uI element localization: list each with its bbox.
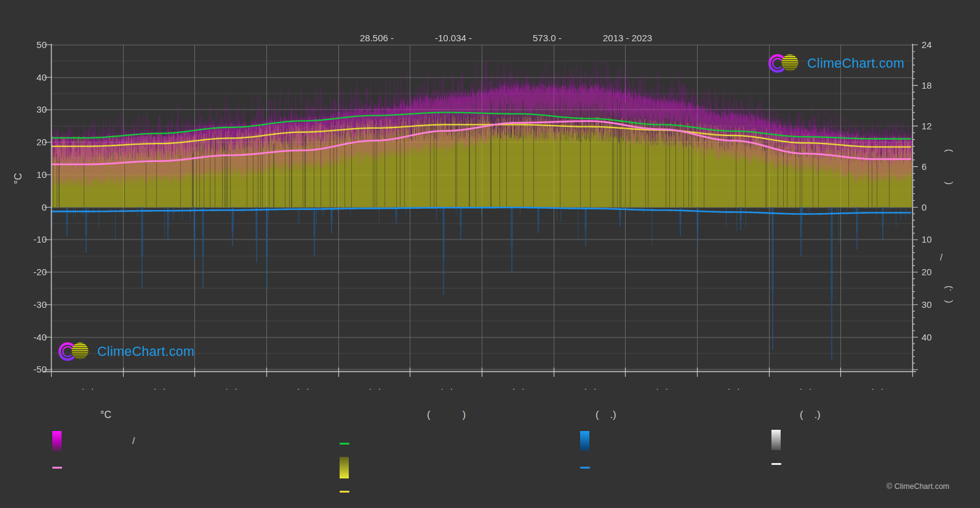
legend-swatch-snow-daily-bar — [771, 430, 781, 450]
legend-header-temperature: °C — [100, 409, 111, 421]
month-tick-label: . . — [512, 382, 527, 392]
legend-swatch-temp-range-bar — [52, 431, 62, 452]
month-tick-label: . . — [728, 382, 742, 392]
right-axis-sun-tick-label: 12 — [922, 121, 932, 132]
left-axis-tick-label: -10 — [18, 234, 47, 245]
climechart-logo-icon — [57, 339, 95, 365]
month-tick-label: . . — [226, 382, 240, 392]
left-axis-tick-label: -50 — [18, 364, 47, 375]
month-tick-label: . . — [154, 382, 168, 392]
legend-swatch-sunshine-bar — [340, 457, 349, 478]
month-tick-label: . . — [656, 382, 671, 392]
month-tick-label: . . — [297, 382, 311, 392]
left-axis-tick-label: 10 — [18, 169, 47, 180]
title-latitude: 28.506 - — [360, 33, 394, 43]
left-axis-tick-label: 50 — [18, 39, 47, 50]
title-year-range: 2013 - 2023 — [603, 33, 652, 43]
right-axis-precip-tick-label: 20 — [922, 267, 932, 278]
climechart-watermark-bottom-left: ClimeChart.com — [57, 339, 194, 365]
legend-header-snow: ( .) — [800, 409, 821, 421]
right-axis-precip-tick-label: 40 — [922, 332, 932, 343]
right-axis-sun-tick-label: 18 — [922, 80, 932, 91]
title-longitude: -10.034 - — [435, 33, 472, 43]
left-axis-tick-label: 20 — [18, 137, 47, 148]
left-axis-tick-label: 40 — [18, 72, 47, 83]
left-axis-tick-label: 30 — [18, 104, 47, 115]
legend-swatch-precip-avg-line — [580, 467, 590, 469]
right-axis-precip-label-fragment: ( .) — [942, 286, 953, 303]
legend-swatch-snow-avg-line — [771, 463, 781, 465]
legend-header-sun: ( ) — [427, 409, 466, 421]
right-axis-sun-label-fragment: ( ) — [942, 149, 953, 185]
month-tick-label: . . — [82, 382, 96, 392]
legend-swatch-precip-daily-bar — [580, 431, 589, 452]
right-axis-precip-tick-label: 10 — [922, 234, 932, 245]
month-tick-label: . . — [800, 382, 814, 392]
legend-header-precipitation: ( .) — [596, 409, 616, 421]
right-axis-sun-tick-label: 24 — [922, 39, 932, 50]
left-axis-tick-label: -20 — [18, 267, 47, 278]
legend-swatch-temp-avg-line — [52, 467, 62, 469]
right-axis-sun-tick-label: 6 — [922, 161, 926, 172]
climechart-logo-text: ClimeChart.com — [97, 344, 194, 360]
legend-label-temp-range: / — [132, 435, 135, 446]
right-axis-sun-tick-label: 0 — [922, 202, 926, 213]
climechart-logo-icon — [767, 50, 805, 76]
title-elevation: 573.0 - — [533, 33, 562, 43]
left-axis-tick-label: -30 — [18, 299, 47, 310]
month-tick-label: . . — [584, 382, 599, 392]
right-axis-slash: / — [940, 252, 942, 262]
left-axis-tick-label: -40 — [18, 332, 47, 343]
legend-swatch-sunshine-avg-line — [340, 491, 349, 493]
climate-chart-page: { "title": { "parts": ["28.506 -", "-10.… — [0, 0, 980, 508]
month-tick-label: . . — [441, 382, 455, 392]
left-axis-tick-label: 0 — [18, 202, 47, 213]
climechart-logo-text: ClimeChart.com — [807, 56, 904, 71]
month-tick-label: . . — [872, 382, 886, 392]
climechart-watermark-top-right: ClimeChart.com — [767, 50, 904, 76]
right-axis-precip-tick-label: 30 — [922, 299, 932, 310]
month-tick-label: . . — [369, 382, 383, 392]
copyright-text: © ClimeChart.com — [886, 482, 949, 491]
legend-swatch-day-length-line — [340, 443, 349, 445]
